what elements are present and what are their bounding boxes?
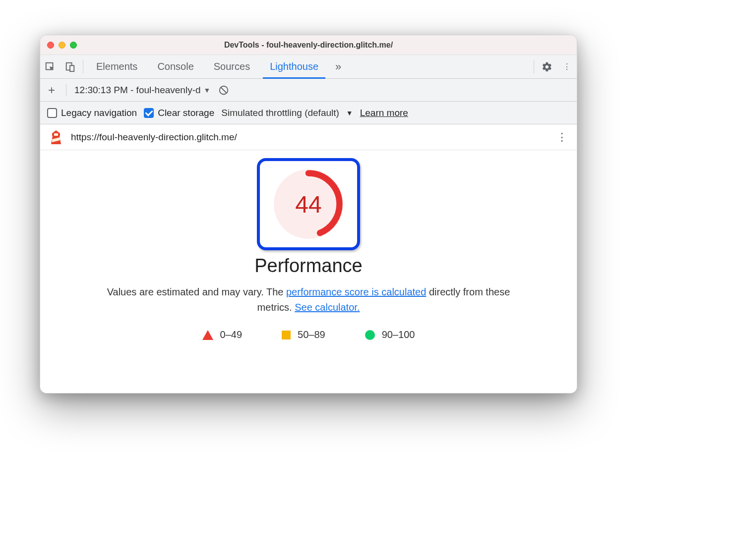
lighthouse-options-bar: Legacy navigation Clear storage Simulate…: [40, 102, 577, 124]
devtools-window: DevTools - foul-heavenly-direction.glitc…: [40, 35, 577, 393]
clear-storage-checkbox[interactable]: [144, 108, 154, 118]
traffic-lights: [40, 42, 77, 49]
more-tabs-icon[interactable]: »: [328, 55, 348, 78]
clear-storage-label: Clear storage: [158, 108, 214, 118]
legend-fail: 0–49: [202, 329, 243, 340]
clear-report-icon[interactable]: [218, 85, 229, 96]
minimize-window-button[interactable]: [59, 42, 65, 49]
window-title: DevTools - foul-heavenly-direction.glitc…: [40, 41, 577, 50]
see-calculator-link[interactable]: See calculator.: [295, 302, 360, 313]
report-url: https://foul-heavenly-direction.glitch.m…: [71, 132, 548, 143]
maximize-window-button[interactable]: [70, 42, 77, 49]
triangle-icon: [202, 330, 213, 340]
performance-score: 44: [271, 167, 346, 241]
main-tab-bar: Elements Console Sources Lighthouse » ⋮: [40, 55, 577, 79]
svg-line-4: [221, 87, 227, 93]
lighthouse-icon: [49, 129, 63, 145]
legacy-navigation-label: Legacy navigation: [61, 108, 137, 118]
learn-more-link[interactable]: Learn more: [360, 108, 408, 118]
lighthouse-report: 44 Performance Values are estimated and …: [40, 150, 577, 393]
score-description: Values are estimated and may vary. The p…: [95, 284, 522, 315]
svg-rect-2: [70, 65, 74, 71]
report-url-bar: https://foul-heavenly-direction.glitch.m…: [40, 124, 577, 150]
devtools-menu-icon[interactable]: ⋮: [557, 55, 577, 78]
tab-console[interactable]: Console: [147, 55, 203, 78]
category-title: Performance: [254, 255, 363, 277]
tab-lighthouse[interactable]: Lighthouse: [260, 55, 328, 78]
score-highlight-box: 44: [257, 158, 360, 250]
report-selector[interactable]: 12:30:13 PM - foul-heavenly-d ▼: [74, 85, 210, 96]
performance-gauge: 44: [271, 167, 346, 241]
report-menu-icon[interactable]: ⋮: [556, 131, 568, 144]
lighthouse-toolbar: + 12:30:13 PM - foul-heavenly-d ▼: [40, 79, 577, 102]
chevron-down-icon: ▼: [204, 86, 211, 94]
throttling-label: Simulated throttling (default): [221, 108, 339, 118]
tab-sources[interactable]: Sources: [204, 55, 260, 78]
separator: [534, 60, 534, 73]
score-calc-link[interactable]: performance score is calculated: [286, 286, 426, 297]
circle-icon: [365, 330, 375, 340]
square-icon: [282, 331, 291, 339]
score-legend: 0–49 50–89 90–100: [202, 329, 415, 340]
separator: [66, 84, 66, 96]
legacy-navigation-option[interactable]: Legacy navigation: [47, 108, 137, 118]
legend-pass: 90–100: [365, 329, 415, 340]
report-selector-label: 12:30:13 PM - foul-heavenly-d: [74, 85, 201, 96]
legend-average: 50–89: [282, 329, 325, 340]
separator: [83, 60, 83, 73]
legacy-navigation-checkbox[interactable]: [47, 108, 57, 118]
clear-storage-option[interactable]: Clear storage: [144, 108, 214, 118]
new-report-button[interactable]: +: [45, 83, 58, 97]
close-window-button[interactable]: [47, 42, 54, 49]
inspect-element-icon[interactable]: [40, 55, 60, 78]
settings-icon[interactable]: [537, 55, 557, 78]
svg-rect-6: [54, 133, 58, 136]
titlebar: DevTools - foul-heavenly-direction.glitc…: [40, 35, 577, 55]
tab-elements[interactable]: Elements: [86, 55, 147, 78]
device-toolbar-icon[interactable]: [60, 55, 80, 78]
chevron-down-icon: ▼: [346, 109, 353, 117]
throttling-selector[interactable]: Simulated throttling (default): [221, 108, 339, 118]
